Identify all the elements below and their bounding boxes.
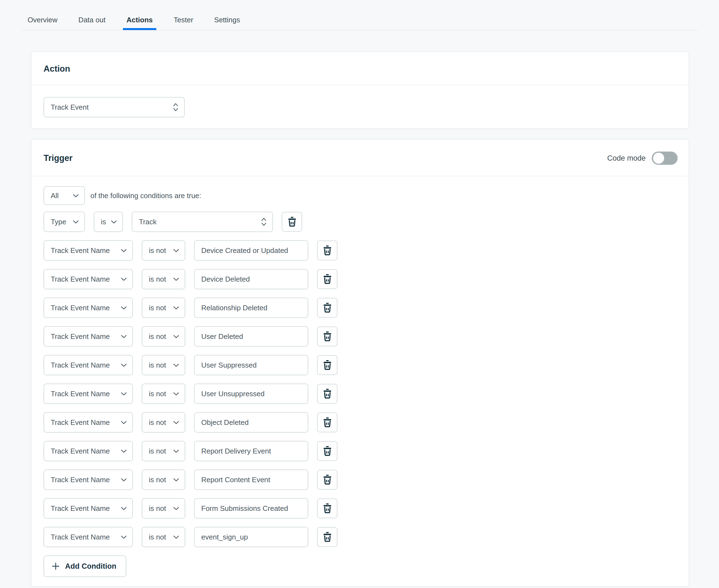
condition-operator-select[interactable]: is: [94, 212, 123, 232]
condition-value-field[interactable]: Report Content Event: [194, 469, 308, 490]
trash-icon: [322, 445, 332, 457]
condition-operator-select[interactable]: is not: [142, 441, 185, 461]
tab-tester[interactable]: Tester: [174, 16, 193, 24]
chevron-down-icon: [121, 392, 127, 396]
condition-field-value: Type: [51, 218, 66, 226]
delete-condition-button[interactable]: [317, 499, 337, 518]
condition-value-text: User Unsuppressed: [201, 390, 265, 398]
chevron-down-icon: [173, 392, 179, 396]
delete-condition-button[interactable]: [317, 269, 337, 289]
match-type-select[interactable]: All: [44, 186, 85, 205]
delete-condition-button[interactable]: [317, 355, 337, 375]
action-type-select-value: Track Event: [51, 103, 89, 111]
match-row: All of the following conditions are true…: [44, 186, 677, 205]
chevron-down-icon: [121, 249, 127, 252]
condition-field-select[interactable]: Track Event Name: [44, 383, 133, 404]
condition-field-value: Track Event Name: [51, 447, 110, 456]
condition-operator-select[interactable]: is not: [142, 240, 185, 261]
condition-operator-select[interactable]: is not: [142, 355, 185, 375]
code-mode-toggle[interactable]: [652, 151, 678, 165]
condition-field-select[interactable]: Track Event Name: [44, 269, 133, 289]
chevron-down-icon: [121, 335, 127, 338]
chevron-down-icon: [121, 536, 127, 539]
condition-value-field[interactable]: Object Deleted: [194, 412, 308, 433]
condition-field-select[interactable]: Track Event Name: [44, 412, 133, 433]
tab-data-out[interactable]: Data out: [78, 16, 105, 24]
delete-condition-button[interactable]: [317, 384, 337, 404]
condition-field-select[interactable]: Track Event Name: [44, 469, 133, 490]
trash-icon: [322, 302, 332, 314]
chevron-down-icon: [173, 249, 179, 252]
tab-settings[interactable]: Settings: [214, 16, 240, 24]
condition-operator-value: is not: [149, 361, 166, 370]
tab-overview[interactable]: Overview: [27, 16, 57, 24]
condition-operator-select[interactable]: is not: [142, 527, 185, 547]
condition-field-select[interactable]: Track Event Name: [44, 240, 133, 261]
condition-operator-select[interactable]: is not: [142, 383, 185, 404]
trash-icon: [322, 417, 332, 428]
condition-operator-select[interactable]: is not: [142, 269, 185, 289]
condition-operator-value: is not: [149, 390, 166, 398]
chevron-down-icon: [173, 536, 179, 539]
condition-field-select[interactable]: Type: [44, 212, 85, 232]
add-condition-button[interactable]: Add Condition: [44, 555, 126, 577]
delete-condition-button[interactable]: [317, 527, 337, 547]
delete-condition-button[interactable]: [317, 441, 337, 461]
chevron-down-icon: [173, 363, 179, 367]
chevron-down-icon: [121, 478, 127, 482]
chevron-down-icon: [111, 220, 117, 224]
condition-value-field[interactable]: User Deleted: [194, 326, 308, 346]
condition-value-field[interactable]: Form Submissions Created: [194, 498, 308, 519]
condition-value-field[interactable]: Device Deleted: [194, 269, 308, 289]
condition-value-text: Report Content Event: [201, 476, 270, 484]
condition-operator-select[interactable]: is not: [142, 498, 185, 519]
condition-value-text: Report Delivery Event: [201, 447, 271, 456]
condition-field-select[interactable]: Track Event Name: [44, 441, 133, 461]
condition-operator-select[interactable]: is not: [142, 298, 185, 318]
condition-operator-value: is not: [149, 476, 166, 484]
delete-condition-button[interactable]: [282, 212, 302, 232]
condition-field-select[interactable]: Track Event Name: [44, 298, 133, 318]
action-type-select[interactable]: Track Event: [44, 97, 185, 118]
delete-condition-button[interactable]: [317, 298, 337, 318]
condition-value-field[interactable]: Track: [132, 212, 273, 232]
condition-field-value: Track Event Name: [51, 275, 110, 284]
trash-icon: [322, 388, 332, 400]
toggle-knob: [653, 153, 664, 164]
delete-condition-button[interactable]: [317, 413, 337, 432]
condition-operator-value: is not: [149, 418, 166, 427]
condition-field-select[interactable]: Track Event Name: [44, 527, 133, 547]
condition-value-field[interactable]: Report Delivery Event: [194, 441, 308, 461]
tabbar-divider: [21, 30, 698, 30]
condition-field-select[interactable]: Track Event Name: [44, 498, 133, 519]
condition-value-field[interactable]: event_sign_up: [194, 527, 308, 547]
delete-condition-button[interactable]: [317, 240, 337, 260]
condition-operator-value: is not: [149, 303, 166, 312]
condition-value-text: Relationship Deleted: [201, 303, 267, 312]
condition-row: Track Event Name is not User Unsuppresse…: [44, 383, 677, 404]
condition-row: Track Event Name is not Report Delivery …: [44, 441, 677, 461]
condition-value-field[interactable]: User Suppressed: [194, 355, 308, 375]
match-text: of the following conditions are true:: [90, 191, 201, 200]
condition-field-value: Track Event Name: [51, 332, 110, 341]
chevron-down-icon: [121, 277, 127, 281]
condition-operator-select[interactable]: is not: [142, 469, 185, 490]
tab-actions[interactable]: Actions: [126, 16, 153, 24]
condition-value-field[interactable]: Relationship Deleted: [194, 298, 308, 318]
condition-operator-select[interactable]: is not: [142, 326, 185, 346]
condition-value-field[interactable]: Device Created or Updated: [194, 240, 308, 261]
condition-row: Track Event Name is not Device Created o…: [44, 240, 677, 261]
condition-operator-select[interactable]: is not: [142, 412, 185, 433]
condition-value-field[interactable]: User Unsuppressed: [194, 383, 308, 404]
condition-field-value: Track Event Name: [51, 418, 110, 427]
plus-icon: [51, 562, 60, 571]
condition-field-select[interactable]: Track Event Name: [44, 326, 133, 346]
condition-field-select[interactable]: Track Event Name: [44, 355, 133, 375]
code-mode-control: Code mode: [607, 151, 678, 165]
delete-condition-button[interactable]: [317, 470, 337, 490]
delete-condition-button[interactable]: [317, 327, 337, 346]
match-type-select-value: All: [51, 191, 59, 200]
condition-operator-value: is not: [149, 246, 166, 255]
code-mode-label: Code mode: [607, 154, 646, 163]
trash-icon: [322, 360, 332, 371]
